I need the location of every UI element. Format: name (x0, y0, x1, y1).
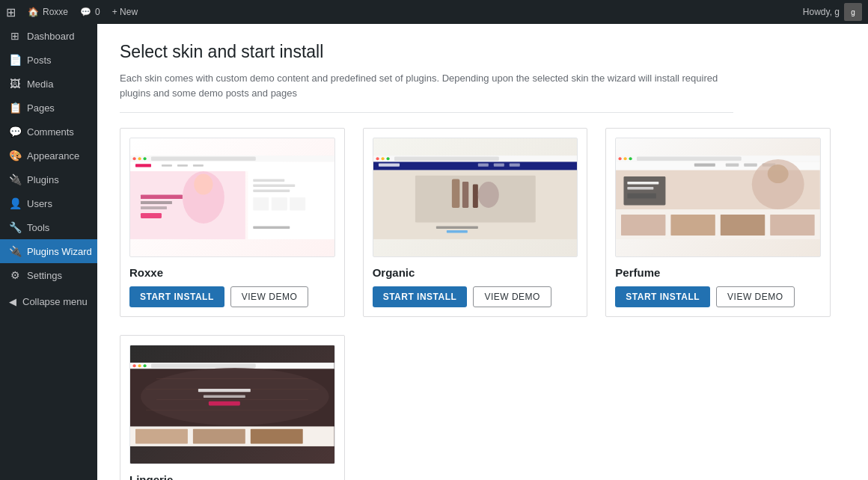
svg-rect-9 (193, 164, 204, 167)
sidebar-item-appearance[interactable]: 🎨 Appearance (0, 144, 97, 167)
sidebar-item-media[interactable]: 🖼 Media (0, 72, 97, 96)
sidebar-label-plugins-wizard: Plugins Wizard (27, 246, 92, 257)
svg-rect-6 (135, 164, 151, 167)
skin-preview-organic (373, 138, 578, 257)
install-button-organic[interactable]: START INSTALL (373, 286, 468, 307)
svg-point-12 (194, 174, 213, 195)
svg-point-45 (624, 157, 627, 160)
svg-point-46 (629, 157, 632, 160)
svg-rect-75 (146, 410, 319, 410)
sidebar-collapse[interactable]: ◀ Collapse menu (0, 290, 97, 313)
svg-rect-56 (624, 176, 666, 205)
sidebar-item-posts[interactable]: 📄 Posts (0, 48, 97, 72)
sidebar-label-tools: Tools (27, 222, 49, 233)
users-icon: 👤 (9, 197, 21, 209)
svg-point-66 (132, 364, 135, 367)
skin-name-lingerie: Lingerie (129, 473, 335, 480)
svg-rect-64 (771, 215, 815, 236)
sidebar-item-tools[interactable]: 🔧 Tools (0, 215, 97, 239)
skin-card-roxxe: Roxxe START INSTALL VIEW DEMO (120, 128, 345, 317)
topbar-right: Howdy, g g (803, 3, 862, 21)
sidebar-item-dashboard[interactable]: ⊞ Dashboard (0, 24, 97, 48)
skin-card-organic: Organic START INSTALL VIEW DEMO (363, 128, 588, 317)
skin-actions-roxxe: START INSTALL VIEW DEMO (129, 286, 335, 307)
svg-rect-59 (628, 193, 656, 198)
svg-rect-47 (637, 156, 742, 161)
media-icon: 🖼 (9, 78, 21, 90)
svg-rect-5 (130, 161, 334, 171)
sidebar-item-comments[interactable]: 💬 Comments (0, 120, 97, 144)
sidebar: ⊞ Dashboard 📄 Posts 🖼 Media 📋 Pages 💬 Co… (0, 24, 97, 480)
svg-rect-31 (379, 164, 400, 167)
sidebar-label-appearance: Appearance (27, 150, 79, 161)
topbar-site-name[interactable]: 🏠 Roxxe (28, 7, 68, 17)
svg-point-67 (138, 364, 141, 367)
skin-actions-perfume: START INSTALL VIEW DEMO (615, 286, 821, 307)
skin-preview-lingerie (129, 345, 335, 464)
demo-button-roxxe[interactable]: VIEW DEMO (230, 286, 309, 307)
skin-actions-organic: START INSTALL VIEW DEMO (373, 286, 578, 307)
svg-point-27 (381, 157, 384, 160)
sidebar-item-settings[interactable]: ⚙ Settings (0, 263, 97, 287)
svg-rect-50 (726, 164, 739, 167)
svg-rect-42 (447, 230, 468, 233)
sidebar-item-plugins-wizard[interactable]: 🔌 Plugins Wizard (0, 239, 97, 263)
svg-point-1 (132, 157, 135, 160)
topbar: ⊞ 🏠 Roxxe 💬 0 + New Howdy, g g (0, 0, 868, 24)
svg-point-3 (143, 157, 146, 160)
svg-rect-24 (253, 226, 290, 228)
svg-point-55 (768, 164, 789, 183)
comment-icon: 💬 (80, 7, 91, 17)
topbar-comments[interactable]: 💬 0 (80, 7, 100, 17)
dashboard-icon: ⊞ (9, 30, 21, 42)
settings-icon: ⚙ (9, 269, 21, 281)
install-button-roxxe[interactable]: START INSTALL (129, 286, 224, 307)
svg-rect-51 (745, 164, 757, 167)
svg-rect-57 (628, 182, 659, 184)
tools-icon: 🔧 (9, 221, 21, 233)
svg-rect-4 (151, 156, 256, 161)
install-button-perfume[interactable]: START INSTALL (615, 286, 710, 307)
svg-rect-14 (141, 201, 172, 204)
skin-card-lingerie: Lingerie START INSTALL VIEW DEMO (120, 335, 345, 480)
svg-rect-18 (253, 179, 284, 182)
svg-rect-30 (373, 161, 578, 170)
demo-button-perfume[interactable]: VIEW DEMO (716, 286, 795, 307)
appearance-icon: 🎨 (9, 150, 21, 161)
svg-rect-37 (452, 179, 459, 208)
pages-icon: 📋 (9, 102, 21, 114)
skin-name-roxxe: Roxxe (129, 266, 335, 279)
svg-rect-58 (628, 187, 654, 189)
svg-rect-22 (272, 197, 287, 210)
sidebar-item-users[interactable]: 👤 Users (0, 191, 97, 215)
svg-rect-21 (253, 197, 269, 210)
sidebar-item-pages[interactable]: 📋 Pages (0, 96, 97, 120)
svg-rect-76 (198, 389, 251, 392)
svg-point-40 (477, 182, 498, 208)
svg-rect-23 (290, 197, 305, 210)
house-icon: 🏠 (28, 7, 39, 17)
svg-rect-81 (193, 429, 245, 444)
skin-name-organic: Organic (373, 266, 578, 279)
wp-logo-icon[interactable]: ⊞ (6, 5, 16, 19)
svg-point-28 (386, 157, 389, 160)
svg-rect-38 (462, 182, 468, 208)
skin-preview-perfume (615, 138, 821, 257)
sidebar-label-plugins: Plugins (27, 174, 59, 185)
svg-rect-74 (156, 399, 308, 400)
topbar-new[interactable]: + New (112, 7, 138, 17)
svg-point-44 (619, 157, 622, 160)
skins-grid: Roxxe START INSTALL VIEW DEMO (120, 128, 831, 480)
svg-rect-15 (141, 206, 167, 209)
sidebar-item-plugins[interactable]: 🔌 Plugins (0, 167, 97, 191)
topbar-avatar[interactable]: g (844, 3, 862, 21)
svg-rect-16 (141, 213, 162, 218)
svg-rect-8 (177, 164, 188, 167)
svg-rect-19 (253, 185, 295, 187)
demo-button-organic[interactable]: VIEW DEMO (473, 286, 551, 307)
svg-rect-32 (477, 164, 488, 167)
plugins-wizard-icon: 🔌 (9, 245, 21, 257)
skin-card-perfume: Perfume START INSTALL VIEW DEMO (605, 128, 831, 317)
svg-point-68 (143, 364, 146, 367)
sidebar-label-dashboard: Dashboard (27, 31, 75, 42)
